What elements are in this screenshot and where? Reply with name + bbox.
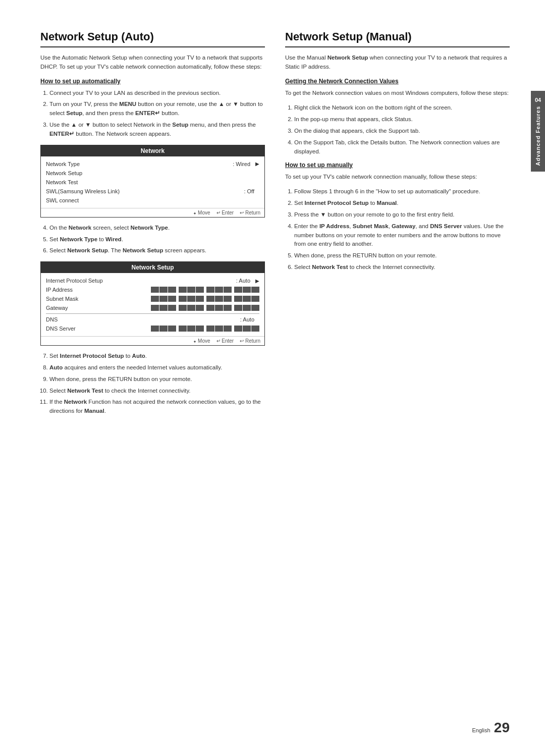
network-setup-screen-header: Network Setup (41, 262, 264, 273)
list-item: In the pop-up menu that appears, click S… (294, 115, 510, 124)
tv-footer: ⬥ Move ↵ Enter ↩ Return (41, 208, 264, 217)
pixel-cell (196, 287, 204, 293)
pixel-cell (159, 296, 168, 302)
pixel-group (151, 305, 176, 311)
pixel-cell (224, 296, 232, 302)
pixel-cell (243, 305, 251, 311)
pixel-cell (206, 287, 214, 293)
pixel-group (206, 326, 232, 332)
tv-row-label: Internet Protocol Setup (46, 278, 236, 284)
tv-row-label: DNS (46, 316, 240, 322)
tv-row: SWL(Samsung Wireless Link) : Off (46, 187, 259, 196)
sidebar-tab-label: Advanced Features (535, 106, 541, 166)
tv-row: SWL connect (46, 196, 259, 205)
pixel-cell (159, 287, 168, 293)
tv-footer-move: ⬥ Move (193, 338, 210, 344)
tv-row-label: SWL(Samsung Wireless Link) (46, 188, 244, 194)
pixel-group (234, 326, 259, 332)
network-setup-screen: Network Setup Internet Protocol Setup : … (40, 261, 265, 346)
list-item: When done, press the RETURN button on yo… (49, 375, 265, 384)
tv-row: DNS Server (46, 324, 259, 333)
pixel-cell (234, 305, 242, 311)
page-footer: English 29 (472, 720, 510, 736)
pixel-cell (196, 296, 204, 302)
page-footer-number: 29 (494, 720, 510, 735)
pixel-cell (234, 326, 242, 332)
list-item: Select Network Test to check the Interne… (49, 387, 265, 396)
list-item: Set Internet Protocol Setup to Auto. (49, 352, 265, 361)
pixel-cell (179, 326, 187, 332)
pixel-cell (243, 296, 251, 302)
tv-footer-enter: ↵ Enter (216, 338, 234, 344)
pixel-cell (151, 296, 159, 302)
tv-footer-return: ↩ Return (240, 210, 260, 215)
network-screen: Network Network Type : Wired ▶ Network S… (40, 145, 265, 218)
left-steps-list-3: Set Internet Protocol Setup to Auto. Aut… (40, 352, 265, 416)
pixel-cell (206, 305, 214, 311)
pixel-cell (151, 326, 159, 332)
pixel-group (206, 296, 232, 302)
pixel-group (234, 296, 259, 302)
tv-row-label: DNS Server (46, 326, 147, 332)
tv-row-value: : Auto (240, 316, 254, 322)
pixel-group (179, 296, 204, 302)
pixel-cell (179, 296, 187, 302)
list-item: Enter the IP Address, Subnet Mask, Gatew… (294, 222, 510, 249)
list-item: Right click the Network icon on the bott… (294, 103, 510, 113)
pixel-cell (215, 287, 223, 293)
pixel-group (179, 326, 204, 332)
tv-row: Network Setup (46, 169, 259, 178)
getting-values-intro: To get the Network connection values on … (285, 89, 510, 98)
tv-row: Network Type : Wired ▶ (46, 159, 259, 169)
tv-row: Network Test (46, 178, 259, 187)
network-screen-header: Network (41, 145, 264, 156)
pixel-cell (159, 326, 168, 332)
tv-row: Gateway (46, 303, 259, 312)
list-item: On the dialog that appears, click the Su… (294, 127, 510, 136)
pixel-cell (179, 287, 187, 293)
tv-footer-move: ⬥ Move (193, 210, 210, 215)
left-column: Network Setup (Auto) Use the Automatic N… (40, 30, 265, 421)
pixel-cell (224, 305, 232, 311)
left-section-title: Network Setup (Auto) (40, 30, 265, 47)
pixel-cell (168, 326, 176, 332)
pixel-group (234, 305, 259, 311)
list-item: Select Network Setup. The Network Setup … (49, 246, 265, 255)
getting-values-steps: Right click the Network icon on the bott… (285, 103, 510, 156)
pixel-cell (179, 305, 187, 311)
tv-row-arrow: ▶ (255, 161, 259, 167)
pixel-group (179, 287, 204, 293)
pixel-cell (187, 287, 195, 293)
network-setup-screen-body: Internet Protocol Setup : Auto ▶ IP Addr… (41, 273, 264, 336)
tv-row: Internet Protocol Setup : Auto ▶ (46, 276, 259, 285)
pixel-group (179, 305, 204, 311)
tv-footer-enter: ↵ Enter (216, 210, 234, 215)
tv-row: Subnet Mask (46, 294, 259, 303)
right-column: Network Setup (Manual) Use the Manual Ne… (285, 30, 510, 421)
left-section-intro: Use the Automatic Network Setup when con… (40, 53, 265, 72)
tv-row-value: : Wired (233, 161, 250, 167)
pixel-group (206, 305, 232, 311)
list-item: When done, press the RETURN button on yo… (294, 251, 510, 260)
content-area: Network Setup (Auto) Use the Automatic N… (40, 30, 510, 421)
list-item: If the Network Function has not acquired… (49, 398, 265, 416)
manual-steps: Follow Steps 1 through 6 in the "How to … (285, 187, 510, 272)
tv-footer-setup: ⬥ Move ↵ Enter ↩ Return (41, 336, 264, 345)
list-item: On the Network screen, select Network Ty… (49, 224, 265, 233)
pixel-cell (251, 326, 259, 332)
subnet-pixel-block (151, 296, 259, 302)
dns-pixel-block (151, 326, 259, 332)
list-item: Use the ▲ or ▼ button to select Network … (49, 121, 265, 139)
left-steps-list: Connect your TV to your LAN as described… (40, 89, 265, 139)
tv-row-label: Network Test (46, 179, 259, 185)
pixel-group (234, 287, 259, 293)
pixel-cell (196, 326, 204, 332)
how-to-manually-intro: To set up your TV's cable network connec… (285, 173, 510, 182)
pixel-cell (251, 287, 259, 293)
tv-row: IP Address (46, 285, 259, 294)
tv-row-value: : Auto (236, 278, 250, 284)
pixel-cell (168, 287, 176, 293)
pixel-cell (243, 287, 251, 293)
list-item: Set Internet Protocol Setup to Manual. (294, 199, 510, 208)
list-item: Connect your TV to your LAN as described… (49, 89, 265, 98)
